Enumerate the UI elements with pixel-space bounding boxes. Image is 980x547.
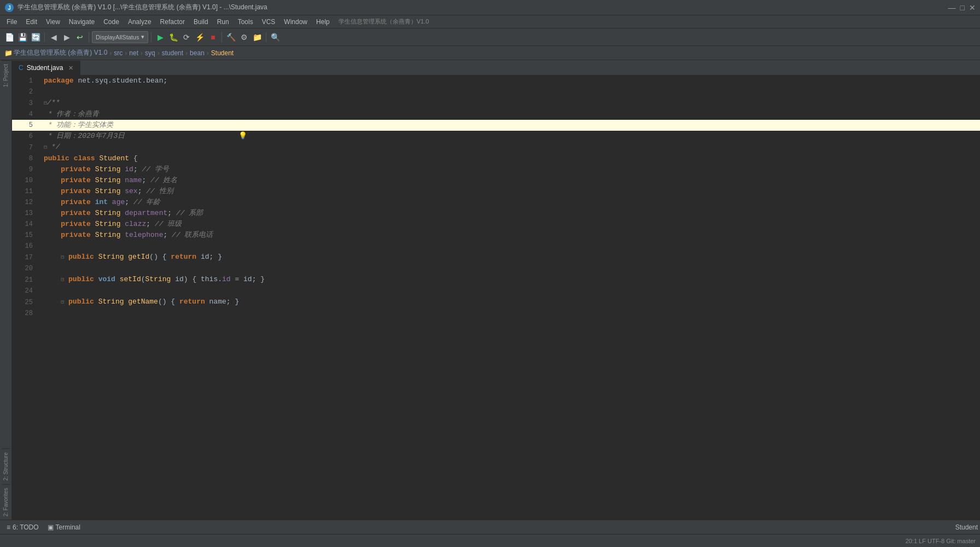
editor-area: C Student.java ✕ 1 package net.syq.stude… — [12, 60, 980, 520]
line-number: 10 — [12, 175, 39, 186]
tab-bar: C Student.java ✕ — [12, 60, 980, 75]
structure-panel-tab[interactable]: 2: Structure — [2, 449, 10, 484]
terminal-tab[interactable]: ▣ Terminal — [43, 522, 85, 532]
line-number: 14 — [12, 219, 39, 230]
table-row: 6 * 日期：2020年7月3日 💡 — [12, 131, 980, 142]
line-number: 28 — [12, 308, 39, 319]
debug-button[interactable]: 🐛 — [167, 31, 179, 43]
table-row: 24 — [12, 286, 980, 296]
line-number: 1 — [12, 75, 39, 86]
table-row: 3 ⊟/** — [12, 97, 980, 109]
generate-button[interactable]: ⚙ — [238, 31, 250, 43]
filename-label: Student — [955, 523, 978, 531]
table-row: 9 private String id; // 学号 — [12, 164, 980, 175]
profile-button[interactable]: ⚡ — [194, 31, 206, 43]
table-row: 4 * 作者：余燕青 — [12, 109, 980, 120]
table-row: 8 public class Student { — [12, 153, 980, 164]
save-button[interactable]: 💾 — [16, 31, 28, 43]
toolbar: 📄 💾 🔄 ◀ ▶ ↩ DisplayAllStatus ▾ ▶ 🐛 ⟳ ⚡ ■… — [0, 28, 980, 46]
menu-tools[interactable]: Tools — [234, 17, 258, 27]
table-row: 2 — [12, 86, 980, 97]
open-project-button[interactable]: 📁 — [251, 31, 263, 43]
breadcrumb-student[interactable]: student — [162, 49, 183, 57]
line-content: private String id; // 学号 — [39, 164, 980, 175]
separator5 — [266, 32, 266, 42]
run-config-dropdown[interactable]: DisplayAllStatus ▾ — [92, 31, 148, 43]
menu-refactor[interactable]: Refactor — [156, 17, 189, 27]
line-content — [39, 241, 980, 252]
menu-run[interactable]: Run — [213, 17, 234, 27]
minimize-button[interactable]: — — [948, 3, 956, 12]
breadcrumb-project[interactable]: 学生信息管理系统 (余燕青) V1.0 — [14, 48, 107, 57]
line-number: 5 — [12, 120, 39, 131]
student-java-tab[interactable]: C Student.java ✕ — [12, 61, 80, 75]
table-row: 13 private String department; // 系部 — [12, 208, 980, 219]
search-button[interactable]: 🔍 — [269, 31, 281, 43]
menu-window[interactable]: Window — [279, 17, 312, 27]
app-logo: J — [4, 3, 14, 13]
menu-analyze[interactable]: Analyze — [124, 17, 156, 27]
line-content: ⊟ public void setId(String id) { this.id… — [39, 274, 980, 286]
back-button[interactable]: ◀ — [48, 31, 60, 43]
table-row: 25 ⊟ public String getName() { return na… — [12, 296, 980, 308]
line-number: 25 — [12, 296, 39, 308]
breadcrumb-net[interactable]: net — [129, 49, 138, 57]
run-coverage-button[interactable]: ⟳ — [180, 31, 192, 43]
line-number: 21 — [12, 274, 39, 286]
menu-navigate[interactable]: Navigate — [65, 17, 99, 27]
build-button[interactable]: 🔨 — [225, 31, 237, 43]
breadcrumb-student-class[interactable]: Student — [211, 49, 234, 57]
table-row: 28 — [12, 308, 980, 319]
line-number: 15 — [12, 230, 39, 241]
status-bar: 20:1 LF UTF-8 Git: master — [0, 534, 980, 547]
line-content: private int age; // 年龄 — [39, 197, 980, 208]
menu-vcs[interactable]: VCS — [258, 17, 280, 27]
menu-view[interactable]: View — [42, 17, 65, 27]
menubar: File Edit View Navigate Code Analyze Ref… — [0, 15, 980, 28]
sync-button[interactable]: 🔄 — [30, 31, 42, 43]
status-text: 20:1 LF UTF-8 Git: master — [906, 538, 976, 544]
line-content — [39, 263, 980, 274]
line-number: 9 — [12, 164, 39, 175]
close-button[interactable]: ✕ — [969, 3, 976, 12]
menu-help[interactable]: Help — [312, 17, 334, 27]
menu-code[interactable]: Code — [99, 17, 124, 27]
menu-edit[interactable]: Edit — [21, 17, 42, 27]
line-number: 17 — [12, 252, 39, 263]
bottom-bar: ≡ 6: TODO ▣ Terminal Student — [0, 520, 980, 534]
run-config-label: DisplayAllStatus — [96, 34, 139, 40]
breadcrumb-syq[interactable]: syq — [145, 49, 155, 57]
stop-button[interactable]: ■ — [207, 31, 219, 43]
list-icon: ≡ — [7, 523, 10, 531]
line-content: * 作者：余燕青 — [39, 109, 980, 120]
line-content: private String clazz; // 班级 — [39, 219, 980, 230]
tab-label: Student.java — [27, 64, 63, 72]
project-panel-tab[interactable]: 1: Project — [2, 60, 10, 90]
new-file-button[interactable]: 📄 — [3, 31, 15, 43]
table-row: 7 ⊟ */ — [12, 142, 980, 153]
titlebar: J 学生信息管理系统 (余燕青) V1.0 [...\学生信息管理系统 (余燕青… — [0, 0, 980, 15]
recent-files-button[interactable]: ↩ — [74, 31, 86, 43]
line-number: 4 — [12, 109, 39, 120]
line-content: private String telephone; // 联系电话 — [39, 230, 980, 241]
line-number: 2 — [12, 86, 39, 97]
line-content — [39, 286, 980, 296]
tab-close-icon[interactable]: ✕ — [68, 65, 73, 72]
java-class-icon: C — [19, 64, 24, 72]
line-content — [39, 86, 980, 97]
maximize-button[interactable]: □ — [960, 3, 965, 12]
menu-file[interactable]: File — [2, 17, 21, 27]
hint-bulb-icon: 💡 — [234, 132, 247, 140]
svg-text:J: J — [8, 5, 11, 11]
line-number: 12 — [12, 197, 39, 208]
code-editor[interactable]: 1 package net.syq.student.bean; 2 3 ⊟/** — [12, 75, 980, 520]
line-number: 8 — [12, 153, 39, 164]
menu-build[interactable]: Build — [189, 17, 213, 27]
favorites-panel-tab[interactable]: 2: Favorites — [2, 484, 10, 520]
breadcrumb-src[interactable]: src — [114, 49, 122, 57]
forward-button[interactable]: ▶ — [61, 31, 73, 43]
breadcrumb-bean[interactable]: bean — [190, 49, 205, 57]
todo-tab[interactable]: ≡ 6: TODO — [2, 522, 43, 532]
run-button[interactable]: ▶ — [154, 31, 166, 43]
line-number: 24 — [12, 286, 39, 296]
